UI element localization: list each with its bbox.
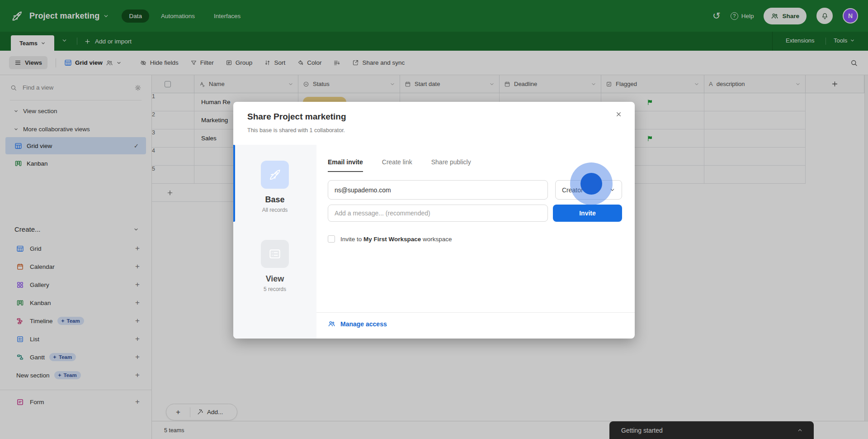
people-icon — [328, 320, 335, 328]
invite-button[interactable]: Invite — [553, 205, 622, 222]
tab-create-link[interactable]: Create link — [382, 158, 412, 172]
modal-title: Share Project marketing — [247, 112, 346, 122]
modal-subtitle: This base is shared with 1 collaborator. — [247, 127, 345, 134]
manage-access-link[interactable]: Manage access — [328, 320, 387, 328]
tab-share-publicly[interactable]: Share publicly — [431, 158, 471, 172]
click-indicator-cursor — [580, 173, 602, 195]
view-list-icon — [261, 240, 289, 268]
tab-email-invite[interactable]: Email invite — [328, 158, 363, 172]
target-label: View — [233, 274, 316, 284]
target-sublabel: 5 records — [233, 286, 316, 292]
divider — [316, 312, 635, 313]
share-modal-tabs: Email invite Create link Share publicly — [328, 158, 471, 172]
close-icon[interactable] — [615, 111, 622, 118]
message-input[interactable]: Add a message... (recommended) — [328, 205, 548, 222]
share-target-base[interactable]: Base All records — [233, 161, 316, 213]
email-invite-input[interactable]: ns@supademo.com — [328, 180, 548, 200]
workspace-invite-row: Invite to My First Workspace workspace — [328, 235, 452, 243]
share-modal: Share Project marketing This base is sha… — [233, 102, 635, 339]
manage-access-label: Manage access — [340, 320, 387, 328]
workspace-checkbox[interactable] — [328, 235, 335, 243]
rocket-icon — [261, 161, 289, 189]
target-sublabel: All records — [233, 207, 316, 213]
workspace-checkbox-label: Invite to My First Workspace workspace — [340, 236, 452, 243]
share-target-view[interactable]: View 5 records — [233, 240, 316, 292]
target-label: Base — [233, 195, 316, 205]
